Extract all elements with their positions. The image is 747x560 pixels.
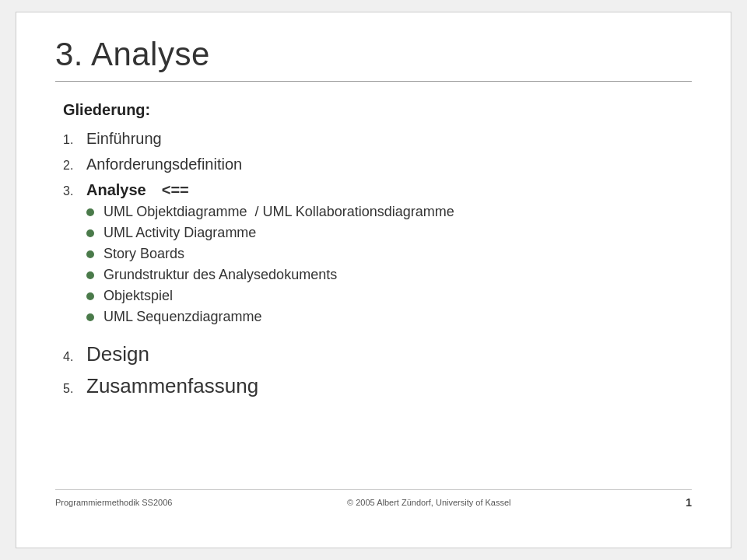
bullet-item: UML Activity Diagramme xyxy=(86,225,454,241)
bullet-item: Objektspiel xyxy=(86,288,454,304)
item-num: 3. xyxy=(63,183,86,198)
bullet-dot xyxy=(86,208,94,216)
gliederung-label: Gliederung: xyxy=(63,101,692,119)
list-item: 4. Design xyxy=(63,342,692,366)
list-item: 2. Anforderungsdefinition xyxy=(63,156,692,173)
bullet-text: Objektspiel xyxy=(103,288,173,304)
bullet-text: UML Objektdiagramme / UML Kollaborations… xyxy=(103,204,454,220)
footer-left: Programmiermethodik SS2006 xyxy=(55,498,172,507)
bullet-item: Grundstruktur des Analysedokuments xyxy=(86,267,454,283)
bullet-dot xyxy=(86,250,94,258)
item-label: Design xyxy=(86,342,149,366)
list-item: 5. Zusammenfassung xyxy=(63,374,692,398)
bullet-dot xyxy=(86,292,94,300)
slide-footer: Programmiermethodik SS2006 © 2005 Albert… xyxy=(55,489,692,509)
bullet-dot xyxy=(86,271,94,279)
bullet-text: Grundstruktur des Analysedokuments xyxy=(103,267,337,283)
bullet-item: Story Boards xyxy=(86,246,454,262)
slide-content: Gliederung: 1. Einführung 2. Anforderung… xyxy=(55,101,692,489)
slide-title: 3. Analyse xyxy=(55,36,692,73)
list-item: 1. Einführung xyxy=(63,130,692,148)
bullet-item: UML Sequenzdiagramme xyxy=(86,309,454,325)
bullet-text: UML Activity Diagramme xyxy=(103,225,256,241)
item-label-analyse: Analyse xyxy=(86,181,146,199)
footer-right: © 2005 Albert Zündorf, University of Kas… xyxy=(347,498,510,507)
title-divider xyxy=(55,81,692,82)
bullet-dot xyxy=(86,229,94,237)
item-label: Anforderungsdefinition xyxy=(86,156,242,173)
bullet-item: UML Objektdiagramme / UML Kollaborations… xyxy=(86,204,454,220)
item-num: 4. xyxy=(63,348,86,364)
item-label: Zusammenfassung xyxy=(86,374,258,398)
ordered-list: 1. Einführung 2. Anforderungsdefinition … xyxy=(63,130,692,398)
item-label: Einführung xyxy=(86,130,162,148)
slide: 3. Analyse Gliederung: 1. Einführung 2. … xyxy=(16,12,731,548)
bullet-list: UML Objektdiagramme / UML Kollaborations… xyxy=(86,204,454,330)
item-num: 1. xyxy=(63,131,86,147)
arrow-indicator: <== xyxy=(162,181,189,199)
bullet-text: Story Boards xyxy=(103,246,184,262)
bullet-text: UML Sequenzdiagramme xyxy=(103,309,261,325)
footer-page: 1 xyxy=(686,496,692,509)
list-item-analyse: 3. Analyse <== UML Objektdiagramme / UML… xyxy=(63,181,692,334)
bullet-dot xyxy=(86,313,94,321)
item-num: 5. xyxy=(63,380,86,396)
item-num: 2. xyxy=(63,157,86,173)
